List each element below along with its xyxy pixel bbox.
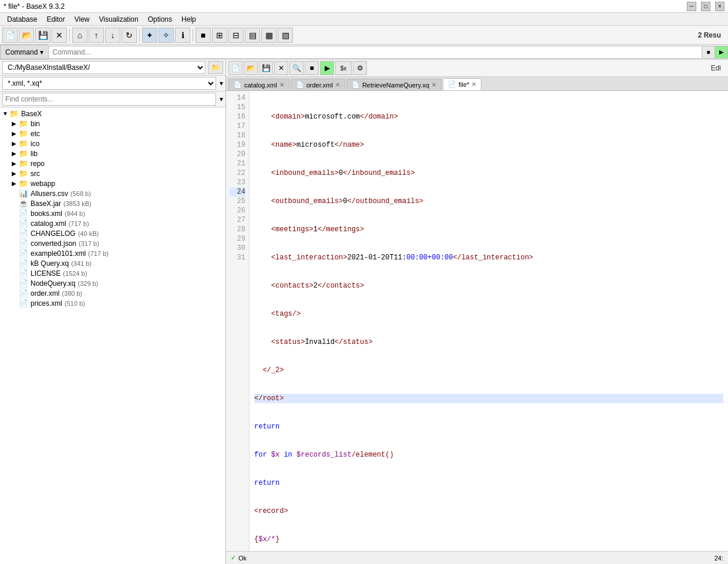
- tree-item-nodequery[interactable]: 📄 NodeQuery.xq (329 b): [0, 278, 225, 288]
- tree-item-changelog[interactable]: 📄 CHANGELOG (40 kB): [0, 228, 225, 238]
- toolbar-list-btn[interactable]: ▨: [278, 28, 293, 43]
- editor-code[interactable]: <domain>microsoft.com</domain> <name>mic…: [250, 91, 728, 551]
- toolbar-stop-btn[interactable]: ■: [196, 28, 211, 43]
- folder-icon-bin: 📁: [19, 119, 28, 128]
- tab-close-order[interactable]: ✕: [335, 82, 340, 88]
- editor-save-btn[interactable]: 💾: [259, 61, 273, 75]
- filter-select[interactable]: *.xml, *.xq*: [2, 77, 216, 90]
- minimize-button[interactable]: ─: [687, 2, 696, 11]
- tree-size-nodequery: (329 b): [77, 280, 98, 287]
- tree-item-orderxml[interactable]: 📄 order.xml (380 b): [0, 288, 225, 298]
- toolbar-info-btn[interactable]: ℹ: [175, 28, 190, 43]
- tree-item-booksxml[interactable]: 📄 books.xml (844 b): [0, 208, 225, 218]
- tree-item-ico[interactable]: ▶ 📁 ico: [0, 139, 225, 148]
- command-label: Command ▾: [0, 45, 48, 59]
- tree-item-src[interactable]: ▶ 📁 src: [0, 168, 225, 178]
- tab-close-file[interactable]: ✕: [471, 81, 476, 87]
- tree-label-catalogxml: catalog.xml: [31, 219, 66, 228]
- toolbar-select-btn[interactable]: ✦: [142, 28, 157, 43]
- tree-label-webapp: webapp: [31, 180, 55, 188]
- toolbar-new-btn[interactable]: 📄: [2, 28, 18, 43]
- editor-area[interactable]: 14 15 16 17 18 19 20 21 22 23 24 25 26 2…: [226, 91, 728, 551]
- tree-expand-repo[interactable]: ▶: [12, 160, 19, 167]
- tree-item-license[interactable]: 📄 LICENSE (1524 b): [0, 268, 225, 278]
- menu-editor[interactable]: Editor: [42, 14, 69, 25]
- tree-item-allusers[interactable]: 📊 Allusers.csv (568 b): [0, 188, 225, 198]
- filter-bar: *.xml, *.xq* ▾: [0, 76, 225, 92]
- tab-label-catalog: catalog.xml: [244, 82, 277, 89]
- toolbar-table-btn[interactable]: ▤: [245, 28, 260, 43]
- menu-database[interactable]: Database: [2, 14, 42, 25]
- file-tree: ▼ 📁 BaseX ▶ 📁 bin ▶ 📁 etc ▶: [0, 107, 225, 564]
- tree-item-pricesxml[interactable]: 📄 prices.xml (510 b): [0, 298, 225, 308]
- xml-file-icon-prices: 📄: [19, 299, 28, 308]
- toolbar-close-btn[interactable]: ✕: [52, 28, 67, 43]
- toolbar-save-btn[interactable]: 💾: [35, 28, 50, 43]
- tree-item-basex[interactable]: ▼ 📁 BaseX: [0, 109, 225, 119]
- command-run-btn[interactable]: ▶: [715, 46, 728, 59]
- tabs-bar: 📄 catalog.xml ✕ 📄 order.xml ✕ 📄 Retrieve…: [226, 77, 728, 91]
- tab-catalog-xml[interactable]: 📄 catalog.xml ✕: [228, 79, 289, 90]
- toolbar-db2-btn[interactable]: ⊟: [228, 28, 244, 43]
- app-title: * file* - BaseX 9.3.2: [4, 2, 65, 11]
- xq-tab-icon: 📄: [352, 81, 360, 89]
- tree-item-webapp[interactable]: ▶ 📁 webapp: [0, 178, 225, 188]
- line-numbers: 14 15 16 17 18 19 20 21 22 23 24 25 26 2…: [226, 91, 250, 551]
- editor-debug-btn[interactable]: ⚙: [353, 61, 367, 75]
- command-label-text: Command: [5, 48, 38, 56]
- tree-expand-ico[interactable]: ▶: [12, 140, 19, 147]
- tree-item-bin[interactable]: ▶ 📁 bin: [0, 119, 225, 129]
- toolbar-up-btn[interactable]: ↑: [89, 28, 104, 43]
- search-input[interactable]: [2, 93, 216, 106]
- toolbar-db1-btn[interactable]: ⊞: [212, 28, 227, 43]
- toolbar-open-btn[interactable]: 📂: [19, 28, 34, 43]
- toolbar-cursor-btn[interactable]: ✧: [159, 28, 174, 43]
- tab-retrieve-query[interactable]: 📄 RetrieveNameQuery.xq ✕: [346, 79, 441, 90]
- tree-item-lib[interactable]: ▶ 📁 lib: [0, 148, 225, 158]
- tree-expand-etc[interactable]: ▶: [12, 130, 19, 137]
- editor-open-btn[interactable]: 📂: [244, 61, 258, 75]
- maximize-button[interactable]: □: [701, 2, 710, 11]
- path-select[interactable]: C:/MyBaseXInstall/BaseX/: [2, 61, 205, 74]
- xq-tab-icon-file: 📄: [448, 80, 456, 88]
- editor-new-btn[interactable]: 📄: [228, 61, 242, 75]
- menu-view[interactable]: View: [70, 14, 95, 25]
- editor-stop-btn[interactable]: ■: [305, 61, 319, 75]
- editor-title: Edi: [711, 64, 726, 72]
- tree-item-basexjar[interactable]: ☕ BaseX.jar (3853 kB): [0, 198, 225, 208]
- toolbar-grid-btn[interactable]: ▦: [261, 28, 277, 43]
- tree-item-catalogxml[interactable]: 📄 catalog.xml (717 b): [0, 218, 225, 228]
- command-stop-btn[interactable]: ■: [702, 46, 715, 59]
- tab-close-catalog[interactable]: ✕: [279, 82, 284, 88]
- tree-expand-lib[interactable]: ▶: [12, 150, 19, 157]
- menu-options[interactable]: Options: [143, 14, 177, 25]
- editor-xq-btn[interactable]: $x: [335, 61, 352, 75]
- folder-icon: 📁: [9, 109, 19, 118]
- menu-visualization[interactable]: Visualization: [95, 14, 143, 25]
- command-input[interactable]: [48, 46, 702, 59]
- tree-expand-src[interactable]: ▶: [12, 170, 19, 177]
- tab-close-retrieve[interactable]: ✕: [432, 82, 436, 88]
- tab-order-xml[interactable]: 📄 order.xml ✕: [291, 79, 345, 90]
- tab-file-active[interactable]: 📄 file* ✕: [443, 78, 481, 90]
- tree-item-example0101[interactable]: 📄 example0101.xml (717 b): [0, 248, 225, 258]
- tree-label-booksxml: books.xml: [31, 210, 62, 218]
- close-button[interactable]: ×: [715, 2, 724, 11]
- command-bar: Command ▾ ■ ▶: [0, 45, 728, 60]
- toolbar-refresh-btn[interactable]: ↻: [122, 28, 137, 43]
- menu-help[interactable]: Help: [177, 14, 201, 25]
- tree-item-repo[interactable]: ▶ 📁 repo: [0, 158, 225, 168]
- editor-close-btn[interactable]: ✕: [274, 61, 288, 75]
- tab-label-order: order.xml: [306, 82, 333, 89]
- tree-expand-bin[interactable]: ▶: [12, 120, 19, 127]
- toolbar-forward-btn[interactable]: ↓: [105, 28, 120, 43]
- tree-expand-webapp[interactable]: ▶: [12, 180, 19, 187]
- folder-browse-btn[interactable]: 📁: [208, 61, 223, 74]
- toolbar-home-btn[interactable]: ⌂: [72, 28, 87, 43]
- tree-item-etc[interactable]: ▶ 📁 etc: [0, 129, 225, 139]
- tree-item-convertedjson[interactable]: 📄 converted.json (317 b): [0, 238, 225, 248]
- tree-item-kbquery[interactable]: 📄 kB Query.xq (341 b): [0, 258, 225, 268]
- tree-expand-basex[interactable]: ▼: [2, 110, 9, 117]
- editor-run-btn[interactable]: ▶: [320, 61, 334, 75]
- editor-search-btn[interactable]: 🔍: [289, 61, 304, 75]
